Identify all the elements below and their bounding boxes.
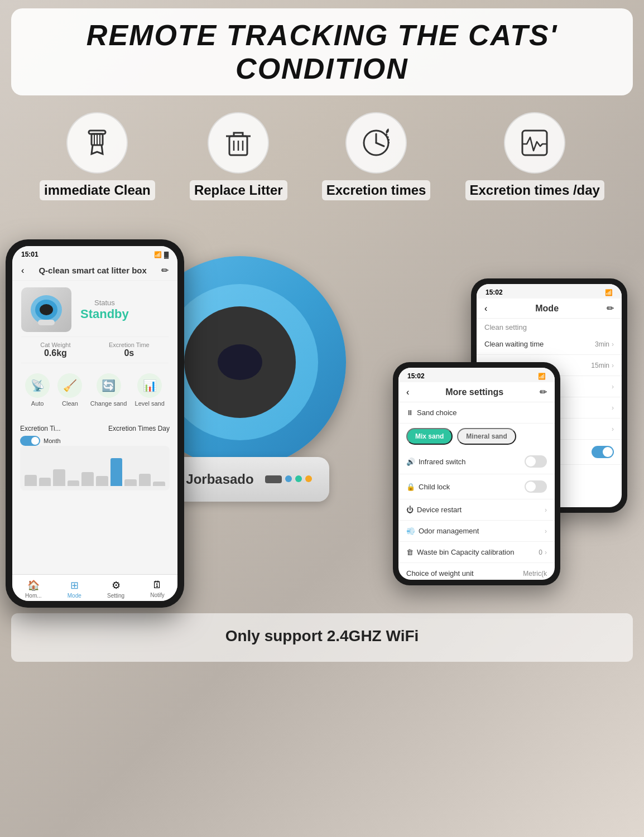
bar-segment [53,469,65,486]
brand-logo: Jorbasado [186,472,253,487]
mode-nav-label: Mode [68,593,81,599]
entrance-icon [212,340,268,384]
edit-icon[interactable]: ✏ [161,265,169,276]
child-lock-item[interactable]: 🔒 Child lock [398,474,555,499]
waste-bin-item[interactable]: 🗑 Waste bin Capacity calibration 0 › [398,542,555,563]
bar-segment [25,475,37,486]
device-restart-item[interactable]: ⏻ Device restart › [398,499,555,521]
odor-chevron: › [545,527,547,535]
svg-point-19 [218,344,262,380]
clean-waiting-label: Clean waiting time [484,340,544,348]
mix-sand-button[interactable]: Mix sand [406,428,453,445]
status-area: Status Standby [80,299,129,321]
home-nav-label: Hom... [25,593,41,599]
action-change-sand[interactable]: 🔄 Change sand [90,373,127,407]
weight-unit-label: Choice of weight unit [406,569,474,578]
sand-choice-buttons: Mix sand Mineral sand [398,424,555,449]
control-button-1[interactable] [265,475,282,483]
infrared-toggle[interactable] [525,455,547,468]
infrared-label: Infrared switch [419,458,466,466]
chevron-icon-2: › [612,362,614,369]
svg-rect-17 [38,320,55,325]
action-level-sand[interactable]: 📊 Level sand [135,373,165,407]
month-toggle-row: Month [20,436,170,446]
settings-phone-header: ‹ More settings ✏ [398,382,555,402]
device-thumbnail [21,287,71,332]
feature-label-excretion-times-day: Excretion times /day [465,180,604,200]
mode-status-icons: 📶 [605,289,613,296]
child-lock-toggle[interactable] [525,480,547,493]
graph-tab-2[interactable]: Excretion Times Day [108,425,170,432]
mineral-sand-button[interactable]: Mineral sand [457,428,516,445]
action-auto[interactable]: 📡 Auto [25,373,50,407]
status-label: Status [94,299,115,307]
nav-mode[interactable]: ⊞ Mode [68,579,81,599]
nav-notify[interactable]: 🗓 Notify [150,579,165,599]
child-lock-label: Child lock [419,483,450,491]
waste-bin-label: Waste bin Capacity calibration [417,548,514,556]
svg-point-16 [40,304,53,315]
chevron-icon-5: › [612,425,614,433]
auto-icon: 📡 [25,373,50,398]
odor-management-item[interactable]: 💨 Odor management › [398,521,555,542]
features-row: immediate Clean Replace Litter [0,107,644,211]
infrared-switch-item[interactable]: 🔊 Infrared switch [398,449,555,474]
device-restart-label: Device restart [417,506,462,514]
cat-weight-label: Cat Weight [40,341,70,348]
mode-back-icon[interactable]: ‹ [484,304,487,314]
nav-setting[interactable]: ⚙ Setting [107,579,124,599]
sand-choice-header: ⏸ Sand choice [398,402,555,424]
bar-9 [139,474,151,486]
bar-4 [68,480,80,486]
month-label: Month [44,437,61,444]
feature-item-immediate-clean: immediate Clean [40,112,155,200]
phone-main: 15:01 📶 ▓ ‹ Q-clean smart cat litter box… [6,239,184,608]
weight-unit-item[interactable]: Choice of weight unit Metric(k [398,563,555,580]
graph-section: Excretion Ti... Excretion Times Day Mont… [12,419,177,574]
device-inner-ring [162,284,318,440]
settings-back-icon[interactable]: ‹ [406,387,409,397]
settings-edit-icon[interactable]: ✏ [540,387,547,397]
action-clean[interactable]: 🧹 Clean [57,373,82,407]
phone-settings: 15:02 📶 ‹ More settings ✏ ⏸ Sand choice [393,362,560,585]
device-image-area: Status Standby [21,287,169,332]
bar-chart [20,446,170,490]
mode-time: 15:02 [486,288,503,296]
ft-stool-toggle[interactable] [592,446,614,458]
app-title: Q-clean smart cat litter box [39,266,146,275]
bar-segment [68,480,80,486]
svg-line-12 [376,143,384,146]
change-sand-icon: 🔄 [97,373,121,398]
clean-waiting-item[interactable]: Clean waiting time 3min › [477,334,622,355]
toggle-dot [31,437,39,445]
lock-icon: 🔒 [406,483,415,491]
mode-edit-icon[interactable]: ✏ [607,303,614,314]
notify-icon: 🗓 [152,579,162,591]
feature-label-replace-litter: Replace Litter [190,180,287,200]
mode-section-title: Clean setting [477,319,622,334]
feature-item-replace-litter: Replace Litter [190,112,287,200]
month-toggle-pill[interactable] [20,436,40,446]
time-display: 15:01 [21,251,39,258]
page-title: REMOTE TRACKING THE CATS' CONDITION [28,18,616,85]
settings-status-icons: 📶 [538,373,546,380]
header-banner: REMOTE TRACKING THE CATS' CONDITION [11,8,633,95]
clock-icon [359,126,393,160]
sand-choice-label: ⏸ Sand choice [406,408,457,417]
change-sand-label: Change sand [90,400,127,407]
clean-interval-value: 15min [591,362,609,369]
notify-nav-label: Notify [150,592,165,598]
setting-icon: ⚙ [112,579,121,591]
cat-weight-value: 0.6kg [40,348,70,358]
back-icon[interactable]: ‹ [21,266,24,276]
immediate-clean-icon-circle [66,112,128,174]
status-bar-main: 15:01 📶 ▓ [12,246,177,261]
bar-8 [124,479,137,486]
auto-label: Auto [31,400,44,407]
feature-label-excretion-times: Excretion times [322,180,431,200]
waste-icon: 🗑 [406,548,414,556]
mode-title: Mode [535,304,559,314]
nav-home[interactable]: 🏠 Hom... [25,579,41,599]
graph-tab-1[interactable]: Excretion Ti... [20,425,61,432]
heartbeat-icon [518,126,551,160]
